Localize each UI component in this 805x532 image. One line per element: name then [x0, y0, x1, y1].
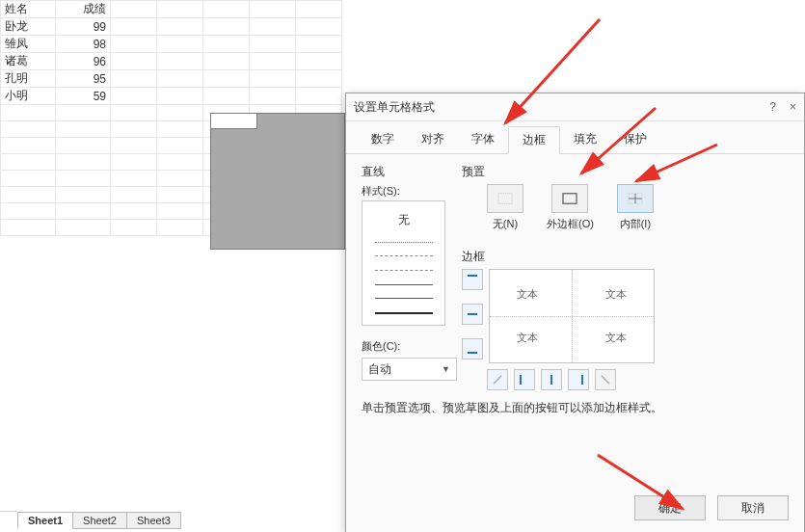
preset-group-label: 预置 [462, 164, 789, 180]
cell-name[interactable]: 诸葛 [1, 53, 56, 70]
header-name[interactable]: 姓名 [1, 1, 56, 18]
cell-score[interactable]: 96 [56, 53, 111, 70]
cell-name[interactable]: 雏凤 [1, 36, 56, 53]
border-left-icon [519, 374, 530, 386]
color-label: 颜色(C): [362, 339, 450, 354]
cancel-button[interactable]: 取消 [717, 495, 789, 520]
tab-border[interactable]: 边框 [508, 126, 560, 154]
sheet-tab-3[interactable]: Sheet3 [126, 512, 181, 529]
border-vmid-button[interactable] [541, 369, 562, 390]
dialog-title: 设置单元格格式 [354, 93, 435, 120]
svg-line-8 [494, 376, 501, 384]
border-diag-down-icon [600, 374, 611, 386]
border-outline-icon [561, 192, 578, 205]
preset-none[interactable]: 无(N) [487, 184, 523, 231]
border-bottom-button[interactable] [462, 338, 483, 359]
border-right-button[interactable] [568, 369, 589, 390]
selection-highlight [210, 113, 345, 250]
border-preview[interactable]: 文本 文本 文本 文本 [489, 269, 655, 363]
style-option[interactable] [375, 255, 433, 256]
line-style-list[interactable]: 无 [362, 200, 445, 326]
preset-label: 无(N) [493, 217, 518, 231]
tab-protection[interactable]: 保护 [610, 126, 660, 154]
style-option[interactable] [375, 242, 433, 243]
format-cells-dialog: 设置单元格格式 ? × 数字 对齐 字体 边框 填充 保护 直线 样式(S): … [345, 93, 805, 532]
tab-number[interactable]: 数字 [358, 126, 408, 154]
sheet-tabs-gutter [0, 511, 17, 529]
help-icon[interactable]: ? [769, 93, 776, 120]
header-score[interactable]: 成绩 [56, 1, 111, 18]
preset-label: 内部(I) [620, 217, 651, 231]
style-label: 样式(S): [362, 184, 450, 199]
sheet-tabs: Sheet1 Sheet2 Sheet3 [17, 512, 180, 529]
border-top-icon [467, 274, 478, 285]
style-option[interactable] [375, 284, 433, 285]
dialog-tabs: 数字 对齐 字体 边框 填充 保护 [346, 125, 804, 154]
border-group-label: 边框 [462, 249, 789, 265]
border-diag-up-button[interactable] [487, 369, 508, 390]
cell-score[interactable]: 59 [56, 88, 111, 105]
border-diag-up-icon [492, 374, 503, 386]
svg-rect-0 [498, 194, 512, 204]
preset-inside[interactable]: 内部(I) [617, 184, 654, 231]
style-option[interactable] [375, 298, 433, 299]
border-hmid-icon [467, 308, 478, 320]
tab-font[interactable]: 字体 [458, 126, 508, 154]
cell-name[interactable]: 孔明 [1, 70, 56, 88]
sheet-tab-1[interactable]: Sheet1 [17, 512, 73, 529]
style-option[interactable] [375, 312, 433, 314]
border-panel: 直线 样式(S): 无 颜色(C): 自动 ▼ [346, 154, 804, 496]
svg-rect-1 [563, 194, 577, 204]
style-none-option[interactable]: 无 [398, 212, 410, 228]
border-left-button[interactable] [514, 369, 535, 390]
border-top-button[interactable] [462, 269, 483, 290]
preview-text: 文本 [605, 331, 627, 345]
preview-text: 文本 [605, 287, 627, 302]
cell-score[interactable]: 95 [56, 70, 111, 88]
close-icon[interactable]: × [790, 93, 796, 120]
dialog-titlebar[interactable]: 设置单元格格式 ? × [346, 93, 804, 121]
preset-label: 外边框(O) [547, 217, 594, 231]
active-cell [210, 113, 257, 129]
cell-score[interactable]: 98 [56, 36, 111, 53]
tab-alignment[interactable]: 对齐 [408, 126, 458, 154]
tab-fill[interactable]: 填充 [560, 126, 610, 154]
color-dropdown[interactable]: 自动 ▼ [362, 358, 457, 381]
border-none-icon [496, 192, 514, 205]
style-option[interactable] [375, 270, 433, 271]
border-hmid-button[interactable] [462, 304, 483, 325]
border-right-icon [573, 374, 584, 386]
cell-name[interactable]: 小明 [1, 88, 56, 105]
hint-text: 单击预置选项、预览草图及上面的按钮可以添加边框样式。 [362, 400, 662, 416]
svg-line-12 [602, 376, 609, 384]
ok-button[interactable]: 确定 [634, 495, 706, 520]
border-inside-icon [627, 192, 644, 205]
color-value: 自动 [368, 361, 391, 378]
cell-score[interactable]: 99 [56, 18, 111, 36]
line-group-label: 直线 [362, 164, 450, 180]
preset-outline[interactable]: 外边框(O) [547, 184, 594, 231]
preview-text: 文本 [517, 331, 538, 345]
border-vmid-icon [546, 374, 557, 386]
border-diag-down-button[interactable] [595, 369, 616, 390]
chevron-down-icon: ▼ [442, 364, 450, 374]
sheet-tab-2[interactable]: Sheet2 [72, 512, 127, 529]
preview-text: 文本 [517, 287, 538, 302]
border-bottom-icon [467, 343, 478, 355]
cell-name[interactable]: 卧龙 [1, 18, 56, 36]
